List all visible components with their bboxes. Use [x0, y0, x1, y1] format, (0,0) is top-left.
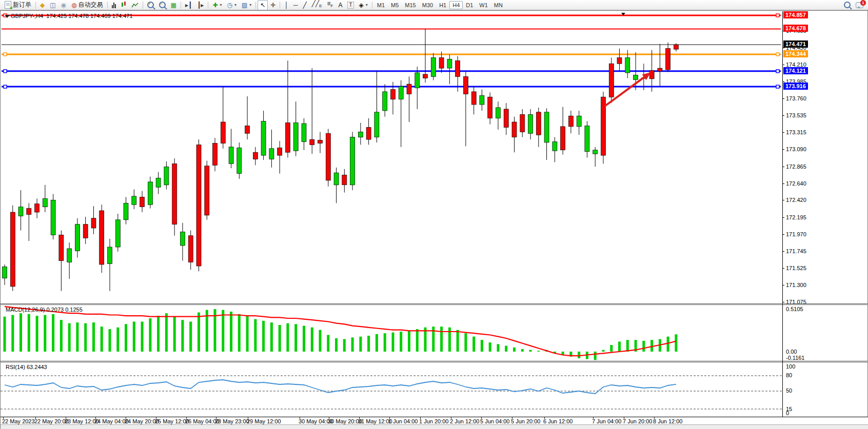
autotrading-button[interactable]: ◍自动交易	[69, 0, 105, 10]
candlestick	[649, 71, 654, 79]
fibonacci-button[interactable]: ≡F	[325, 0, 336, 10]
line-handle[interactable]	[4, 85, 7, 88]
timeframe-m5-button[interactable]: M5	[388, 1, 402, 9]
gold-bar-icon[interactable]: ◆	[37, 0, 47, 10]
search-button[interactable]	[841, 0, 853, 10]
price-axis	[782, 11, 783, 417]
auto-scroll-button[interactable]: ▸┃	[183, 0, 194, 10]
vertical-line-button[interactable]: │	[282, 0, 291, 10]
candlestick	[148, 182, 152, 205]
toolbar-separator	[255, 2, 256, 9]
timeframe-h1-button[interactable]: H1	[436, 1, 449, 9]
macd-pane[interactable]	[1, 304, 782, 361]
candlestick	[634, 75, 638, 79]
line-handle[interactable]	[4, 70, 7, 73]
macd-histogram-bar	[60, 320, 63, 352]
macd-histogram-bar	[481, 340, 483, 352]
timeframe-m15-button[interactable]: M15	[402, 1, 419, 9]
price-tick-label: 172.640	[786, 180, 806, 187]
trendline-button[interactable]: ╱	[300, 0, 309, 10]
signals-broadcast-icon-icon: ◉	[61, 1, 66, 10]
chart-window[interactable]: GBPJPY-,H4 174.425 174.478 174.409 174.4…	[0, 10, 868, 429]
macd-histogram-bar	[68, 323, 71, 352]
macd-histogram-bar	[513, 348, 516, 352]
bar-chart-button[interactable]	[109, 0, 119, 10]
line-handle[interactable]	[776, 70, 779, 73]
macd-histogram-bar	[270, 322, 273, 352]
candlestick	[27, 209, 31, 215]
line-handle[interactable]	[776, 85, 779, 88]
one-click-trading-toggle[interactable]	[5, 15, 10, 18]
tile-windows-button[interactable]: ▦	[168, 0, 179, 10]
new-order-icon	[5, 1, 11, 9]
line-handle[interactable]	[4, 53, 7, 56]
candlestick	[115, 220, 120, 247]
equidistant-channel-button[interactable]: ╱╱E	[309, 0, 325, 10]
price-tick-label: 172.420	[786, 197, 806, 203]
text-label-button[interactable]: T	[345, 0, 356, 10]
price-tick	[782, 234, 784, 235]
notifications-button[interactable]: 1	[853, 0, 866, 10]
time-label: 6 Jun 12:00	[543, 418, 573, 424]
candlestick-chart-button[interactable]	[119, 0, 129, 10]
macd-histogram-bar	[537, 351, 540, 352]
indicators-icon: ✚	[212, 1, 218, 10]
candlestick	[67, 249, 72, 262]
timeframe-m1-button[interactable]: M1	[374, 1, 388, 9]
chart-shift-button[interactable]: ┃▸	[194, 0, 206, 10]
price-tick-label: 172.195	[786, 214, 806, 220]
cursor-button[interactable]: ↖	[258, 0, 268, 10]
price-tick	[782, 217, 784, 218]
candlestick	[666, 49, 670, 70]
macd-histogram-bar	[408, 331, 410, 352]
line-handle[interactable]	[776, 53, 779, 56]
zoom-in-button[interactable]: +	[145, 0, 156, 10]
price-tick	[782, 302, 784, 302]
text-button[interactable]: A	[336, 0, 345, 10]
price-tick	[782, 149, 784, 150]
periods-button[interactable]: ◷▾	[224, 0, 239, 10]
new-order-button[interactable]: 新订单	[2, 0, 34, 10]
toolbar: 新订单◆◫◉◍自动交易+−▦▸┃┃▸✚▾◷▾▨▾↖✛│─╱╱╱E≡FAT◈▾M1…	[0, 0, 868, 10]
timeframe-d1-button[interactable]: D1	[463, 1, 476, 9]
macd-histogram-bar	[335, 338, 338, 352]
timeframe-mn-button[interactable]: MN	[491, 1, 506, 9]
price-tick-label: 171.075	[786, 299, 806, 305]
macd-histogram-bar	[36, 316, 38, 352]
macd-histogram-bar	[28, 314, 30, 352]
crosshair-button[interactable]: ✛	[268, 0, 278, 10]
price-tick	[782, 115, 784, 116]
templates-button[interactable]: ▨▾	[239, 0, 254, 10]
main-chart-pane[interactable]	[1, 11, 782, 303]
macd-histogram-bar	[109, 329, 111, 352]
rsi-pane[interactable]	[1, 362, 782, 417]
time-label: 5 Jun 04:00	[480, 418, 510, 424]
candlestick	[237, 148, 242, 173]
line-chart-button[interactable]	[129, 0, 141, 10]
toolbar-separator	[181, 2, 181, 9]
candlestick	[593, 150, 598, 154]
chart-info-line: GBPJPY-,H4 174.425 174.478 174.409 174.4…	[11, 13, 133, 19]
line-handle[interactable]	[776, 14, 779, 17]
macd-histogram-bar	[189, 322, 192, 352]
arrows-button[interactable]: ◈▾	[357, 0, 370, 10]
horizontal-line-button[interactable]: ─	[291, 0, 301, 10]
timeframe-m30-button[interactable]: M30	[419, 1, 436, 9]
price-tick	[782, 48, 784, 48]
timeframe-h4-button[interactable]: H4	[449, 1, 463, 9]
candlestick	[366, 127, 371, 139]
macd-histogram-bar	[319, 330, 322, 352]
price-tick-label: 171.300	[786, 282, 806, 288]
indicators-button[interactable]: ✚▾	[210, 0, 224, 10]
zoom-out-button[interactable]: −	[156, 0, 168, 10]
price-tick-label: 172.865	[786, 164, 806, 170]
macd-histogram-bar	[359, 337, 362, 352]
candlestick	[59, 235, 64, 260]
signals-broadcast-icon[interactable]: ◉	[58, 0, 69, 10]
timeframe-w1-button[interactable]: W1	[476, 1, 491, 9]
macd-histogram-bar	[125, 324, 127, 352]
macd-histogram-bar	[489, 342, 491, 352]
macd-histogram-bar	[384, 333, 386, 352]
candlestick	[180, 232, 185, 246]
terminal-window-icon[interactable]: ◫	[47, 0, 58, 10]
